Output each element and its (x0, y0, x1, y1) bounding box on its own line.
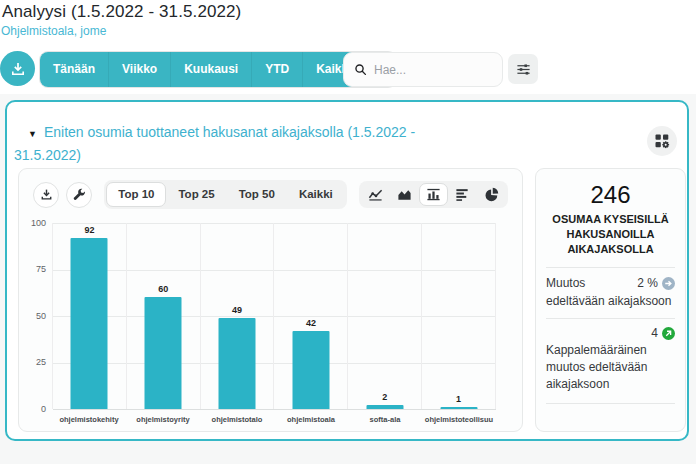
page-subtitle[interactable]: Ohjelmistoala, jome (1, 24, 106, 38)
bar-column: 49 (201, 223, 275, 409)
x-axis-labels: ohjelmistokehityohjelmistoyrityohjelmist… (52, 415, 496, 424)
total-hits-label: OSUMAA KYSEISILLÄ HAKUSANOILLA AIKAJAKSO… (546, 212, 675, 257)
chart-download-button[interactable] (33, 182, 59, 208)
download-icon (40, 188, 53, 201)
y-tick-label: 100 (19, 218, 46, 228)
x-axis-label: ohjelmistoyrity (126, 415, 200, 424)
percent-change-sublabel: edeltävään aikajaksoon (546, 294, 675, 308)
line-chart-type-button[interactable] (361, 183, 390, 206)
x-axis-label: ohjelmistokehity (52, 415, 126, 424)
area-chart-type-button[interactable] (390, 183, 419, 206)
top-filter-group: Top 10 Top 25 Top 50 Kaikki (104, 180, 347, 209)
top-10-button[interactable]: Top 10 (106, 182, 166, 207)
pie-chart-icon (484, 187, 499, 202)
count-change-value: 4 (651, 326, 658, 340)
bar-value-label: 92 (84, 225, 94, 235)
bar[interactable] (145, 297, 182, 409)
bar-value-label: 49 (232, 305, 242, 315)
bar[interactable] (219, 318, 256, 409)
collapse-caret-icon: ▼ (28, 124, 37, 145)
sliders-icon (516, 62, 531, 77)
widget-settings-button[interactable] (647, 126, 677, 156)
line-chart-icon (368, 187, 383, 202)
pie-chart-type-button[interactable] (477, 183, 506, 206)
bar-column: 2 (348, 223, 422, 409)
bar[interactable] (71, 238, 108, 409)
divider (546, 267, 675, 268)
bar-chart-plot: 9260494221 (52, 223, 496, 409)
range-button-month[interactable]: Kuukausi (170, 52, 251, 87)
x-axis-label: ohjelmistoala (274, 415, 348, 424)
filter-settings-button[interactable] (508, 54, 538, 84)
section-header[interactable]: ▼Eniten osumia tuottaneet hakusanat aika… (14, 122, 459, 166)
x-axis-label: ohjelmistotalo (200, 415, 274, 424)
chart-type-group (359, 181, 508, 208)
bar-value-label: 60 (158, 284, 168, 294)
divider (546, 318, 675, 319)
x-axis-label: softa-ala (348, 415, 422, 424)
range-button-group: Tänään Viikko Kuukausi YTD Kaikki (40, 52, 365, 87)
divider (546, 403, 675, 404)
bar-column: 60 (127, 223, 201, 409)
export-button[interactable] (0, 51, 35, 86)
bar-column: 92 (53, 223, 127, 409)
search-input[interactable] (374, 63, 484, 77)
range-button-today[interactable]: Tänään (40, 52, 108, 87)
x-axis-label: ohjelmistoteollisuu (422, 415, 496, 424)
percent-change-row: Muutos 2 % (546, 276, 675, 290)
bar[interactable] (440, 407, 477, 409)
bar-value-label: 2 (382, 392, 387, 402)
search-keywords-section: ▼Eniten osumia tuottaneet hakusanat aika… (5, 100, 689, 441)
percent-change-label: Muutos (546, 276, 585, 290)
search-field (343, 52, 503, 87)
area-chart-icon (397, 187, 412, 202)
bar[interactable] (366, 405, 403, 409)
bar-value-label: 42 (306, 318, 316, 328)
count-change-label: Kappalemääräinen muutos edeltävään aikaj… (546, 342, 675, 393)
chart-controls: Top 10 Top 25 Top 50 Kaikki (19, 180, 522, 209)
bar-chart-type-button[interactable] (419, 183, 448, 206)
top-25-button[interactable]: Top 25 (166, 182, 226, 207)
bar-column: 42 (274, 223, 348, 409)
y-tick-label: 50 (19, 311, 46, 321)
download-icon (10, 61, 26, 77)
horizontal-bar-chart-type-button[interactable] (448, 183, 477, 206)
percent-change-value: 2 % (637, 276, 658, 290)
y-tick-label: 0 (19, 404, 46, 414)
bar-chart-card: Top 10 Top 25 Top 50 Kaikki (18, 168, 523, 432)
widget-gear-icon (654, 133, 670, 149)
search-icon (354, 63, 367, 76)
top-all-button[interactable]: Kaikki (287, 182, 345, 207)
summary-stats-card: 246 OSUMAA KYSEISILLÄ HAKUSANOILLA AIKAJ… (535, 168, 686, 432)
y-tick-label: 25 (19, 357, 46, 367)
page-title: Analyysi (1.5.2022 - 31.5.2022) (2, 2, 241, 22)
y-axis: 0255075100 (19, 223, 46, 409)
top-50-button[interactable]: Top 50 (227, 182, 287, 207)
arrow-up-right-circle-icon (662, 327, 675, 340)
bar-column: 1 (422, 223, 496, 409)
bar-chart-icon (426, 187, 441, 202)
range-button-ytd[interactable]: YTD (251, 52, 302, 87)
y-tick-label: 75 (19, 264, 46, 274)
bar-value-label: 1 (456, 394, 461, 404)
wrench-icon (73, 188, 86, 201)
range-button-week[interactable]: Viikko (108, 52, 170, 87)
section-title: Eniten osumia tuottaneet hakusanat aikaj… (14, 124, 415, 163)
horizontal-bar-chart-icon (455, 187, 470, 202)
gridline (53, 409, 496, 410)
analytics-dashboard: Analyysi (1.5.2022 - 31.5.2022) Ohjelmis… (0, 0, 696, 464)
total-hits-value: 246 (546, 181, 675, 209)
arrow-right-circle-icon (662, 277, 675, 290)
count-change-row: 4 (546, 326, 675, 340)
chart-config-button[interactable] (66, 182, 92, 208)
bar[interactable] (292, 331, 329, 409)
